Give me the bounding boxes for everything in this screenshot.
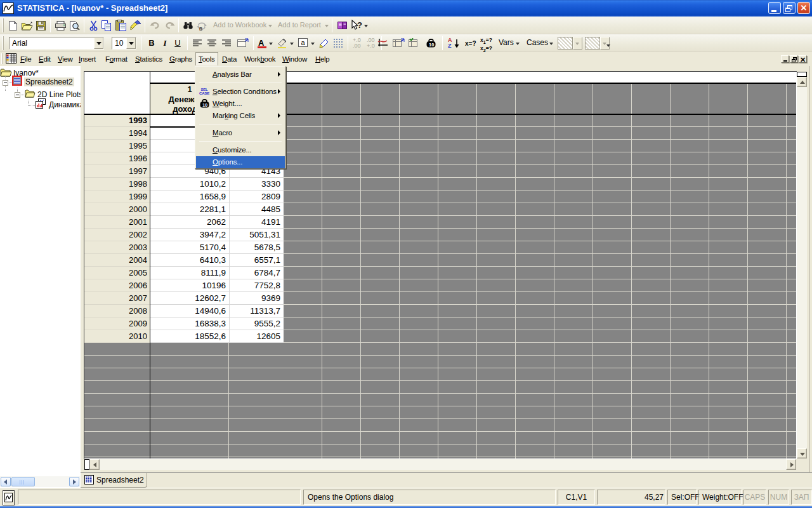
svg-text:10: 10 bbox=[202, 102, 207, 108]
svg-text:10: 10 bbox=[429, 42, 434, 48]
svg-text:?: ? bbox=[357, 20, 362, 30]
svg-text:B: B bbox=[199, 27, 202, 31]
